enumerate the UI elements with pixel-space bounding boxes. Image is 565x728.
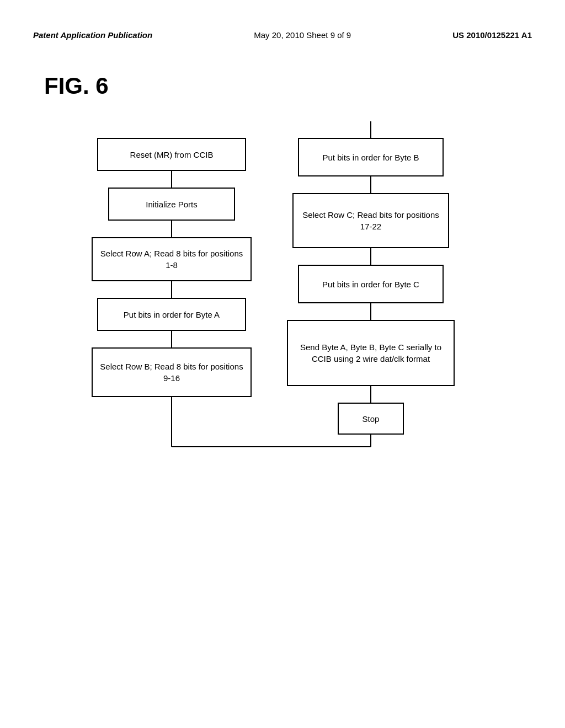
reset-box: Reset (MR) from CCIB bbox=[97, 138, 246, 171]
header-left: Patent Application Publication bbox=[33, 30, 152, 40]
init-ports-box: Initialize Ports bbox=[108, 188, 235, 221]
select-row-b-box: Select Row B; Read 8 bits for positions … bbox=[92, 347, 252, 397]
byte-b-box: Put bits in order for Byte B bbox=[298, 138, 444, 176]
fig-title: FIG. 6 bbox=[0, 51, 565, 99]
header-right: US 2010/0125221 A1 bbox=[452, 30, 532, 40]
byte-a-box: Put bits in order for Byte A bbox=[97, 298, 246, 331]
page: Patent Application Publication May 20, 2… bbox=[0, 0, 565, 728]
select-row-c-box: Select Row C; Read bits for positions 17… bbox=[292, 193, 449, 248]
connectors-svg bbox=[0, 105, 565, 684]
send-box: Send Byte A, Byte B, Byte C serially to … bbox=[287, 320, 455, 386]
header-center: May 20, 2010 Sheet 9 of 9 bbox=[254, 30, 351, 40]
select-row-a-box: Select Row A; Read 8 bits for positions … bbox=[92, 237, 252, 281]
header: Patent Application Publication May 20, 2… bbox=[0, 0, 565, 51]
stop-box: Stop bbox=[338, 403, 404, 435]
byte-c-box: Put bits in order for Byte C bbox=[298, 265, 444, 303]
diagram-area: Reset (MR) from CCIB Initialize Ports Se… bbox=[0, 105, 565, 684]
